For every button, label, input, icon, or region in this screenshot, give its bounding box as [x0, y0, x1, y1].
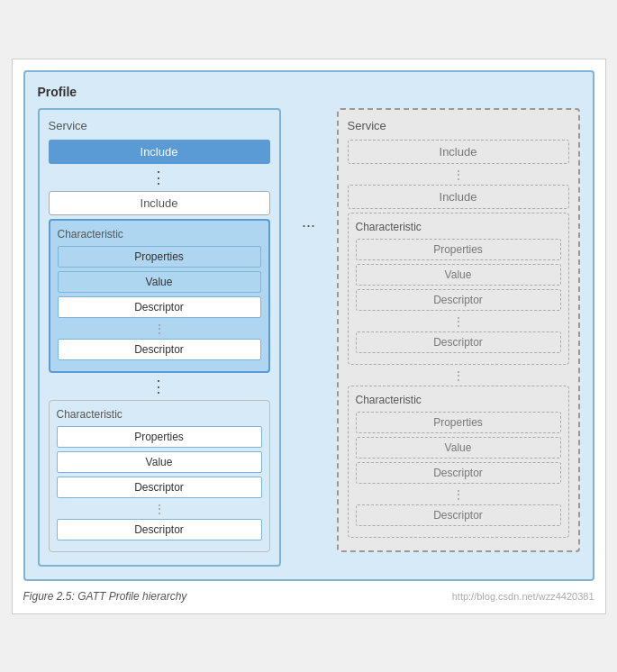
- left-char-passive-descriptor2: Descriptor: [57, 519, 262, 540]
- profile-label: Profile: [38, 85, 580, 99]
- left-service-label: Service: [49, 119, 270, 132]
- right-include1: Include: [348, 140, 569, 164]
- left-include-passive: Include: [49, 191, 270, 215]
- right-dots-include: ⋮: [348, 168, 569, 182]
- left-char-active-descriptor2: Descriptor: [58, 339, 261, 360]
- right-dots-between-chars: ⋮: [348, 368, 569, 383]
- right-char1-descriptor1: Descriptor: [356, 289, 561, 311]
- right-char2-label: Characteristic: [356, 394, 561, 406]
- profile-box: Profile Service Include ⋮ Include Charac…: [23, 70, 594, 581]
- left-service-box: Service Include ⋮ Include Characteristic…: [38, 108, 281, 567]
- left-dots-after-include-active: ⋮: [49, 168, 270, 187]
- right-char1-box: Characteristic Properties Value Descript…: [348, 213, 569, 365]
- right-service-label: Service: [348, 119, 569, 132]
- left-include-active: Include: [49, 140, 270, 164]
- left-dots-between-chars: ⋮: [49, 377, 270, 396]
- right-char1-label: Characteristic: [356, 221, 561, 233]
- right-char1-value: Value: [356, 264, 561, 286]
- right-char2-box: Characteristic Properties Value Descript…: [348, 386, 569, 538]
- right-char2-properties: Properties: [356, 412, 561, 433]
- left-char-active-label: Characteristic: [58, 228, 261, 241]
- left-char-passive-value: Value: [57, 451, 262, 473]
- caption-url: http://blog.csdn.net/wzz4420381: [452, 591, 594, 602]
- left-char-active-properties: Properties: [58, 246, 261, 268]
- right-char1-properties: Properties: [356, 239, 561, 260]
- left-char-passive-box: Characteristic Properties Value Descript…: [49, 400, 270, 552]
- left-char-active-descriptor1: Descriptor: [58, 296, 261, 318]
- left-char-passive-label: Characteristic: [57, 408, 262, 421]
- horizontal-dots: ···: [299, 216, 319, 235]
- figure-container: Profile Service Include ⋮ Include Charac…: [12, 59, 606, 614]
- left-char-active-value: Value: [58, 271, 261, 293]
- left-char-passive-descriptor1: Descriptor: [57, 477, 262, 498]
- left-char-active-box: Characteristic Properties Value Descript…: [49, 219, 270, 373]
- left-char-passive-properties: Properties: [57, 426, 262, 448]
- right-char2-descriptor2: Descriptor: [356, 504, 561, 526]
- right-char2-value: Value: [356, 437, 561, 459]
- right-include2: Include: [348, 185, 569, 209]
- right-char1-descriptor2: Descriptor: [356, 331, 561, 353]
- caption-text: Figure 2.5: GATT Profile hierarchy: [23, 590, 187, 603]
- left-char-passive-dots: ⋮: [57, 502, 262, 516]
- figure-caption: Figure 2.5: GATT Profile hierarchy http:…: [23, 590, 594, 603]
- right-char1-dots: ⋮: [356, 314, 561, 329]
- right-char2-dots: ⋮: [356, 487, 561, 502]
- services-row: Service Include ⋮ Include Characteristic…: [38, 108, 580, 567]
- right-service-box: Service Include ⋮ Include Characteristic…: [337, 108, 580, 552]
- right-char2-descriptor1: Descriptor: [356, 462, 561, 484]
- left-char-active-dots: ⋮: [58, 322, 261, 336]
